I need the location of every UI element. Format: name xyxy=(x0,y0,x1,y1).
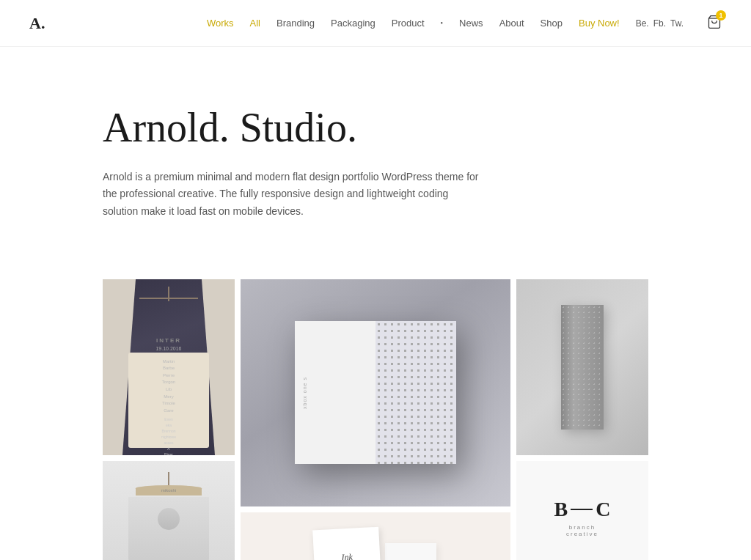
portfolio-col-center: xbox one s Inkaddict studio xyxy=(241,279,510,560)
social-behance[interactable]: Be. xyxy=(636,18,649,29)
site-logo[interactable]: A. xyxy=(29,14,45,33)
main-nav: Works All Branding Packaging Product • N… xyxy=(207,15,722,32)
hero-title: Arnold. Studio. xyxy=(103,106,648,151)
nav-shop[interactable]: Shop xyxy=(541,18,563,29)
bc-dash xyxy=(571,509,593,510)
portfolio-item-shirt[interactable]: mikoshi xyxy=(103,461,235,560)
social-links: Be. Fb. Tw. xyxy=(636,18,684,29)
nav-all[interactable]: All xyxy=(250,18,260,29)
portfolio-item-xbox[interactable]: xbox one s xyxy=(241,279,510,506)
nav-dot: • xyxy=(441,19,444,27)
nav-product[interactable]: Product xyxy=(392,18,425,29)
portfolio-item-branch-creative[interactable]: B C branchcreative xyxy=(516,461,648,560)
hero-description: Arnold is a premium minimal and modern f… xyxy=(103,169,484,221)
nav-branding[interactable]: Branding xyxy=(276,18,315,29)
cart-button[interactable]: 1 xyxy=(707,15,722,32)
portfolio-item-cards[interactable]: Inkaddict studio xyxy=(241,512,510,560)
site-header: A. Works All Branding Packaging Product … xyxy=(0,0,751,47)
portfolio-grid: INTER 19.10.2016 MartinBarbePierreTorgon… xyxy=(0,265,751,560)
bc-letter-c: C xyxy=(596,498,610,521)
nav-works[interactable]: Works xyxy=(207,18,234,29)
portfolio-col-right: B C branchcreative xyxy=(516,279,648,560)
portfolio-item-sculpture[interactable] xyxy=(516,279,648,455)
bc-subtitle: branchcreative xyxy=(554,524,611,537)
branch-creative-logo: B C branchcreative xyxy=(554,498,611,537)
social-facebook[interactable]: Fb. xyxy=(653,18,666,29)
portfolio-item-tote[interactable]: INTER 19.10.2016 MartinBarbePierreTorgon… xyxy=(103,279,235,455)
cart-badge: 1 xyxy=(716,10,726,21)
nav-about[interactable]: About xyxy=(499,18,524,29)
nav-packaging[interactable]: Packaging xyxy=(331,18,376,29)
nav-news[interactable]: News xyxy=(459,18,483,29)
portfolio-col-left: INTER 19.10.2016 MartinBarbePierreTorgon… xyxy=(103,279,235,560)
social-twitter[interactable]: Tw. xyxy=(670,18,684,29)
nav-buy-now[interactable]: Buy Now! xyxy=(579,18,620,29)
hero-section: Arnold. Studio. Arnold is a premium mini… xyxy=(0,47,751,265)
bc-letter-b: B xyxy=(554,498,568,521)
